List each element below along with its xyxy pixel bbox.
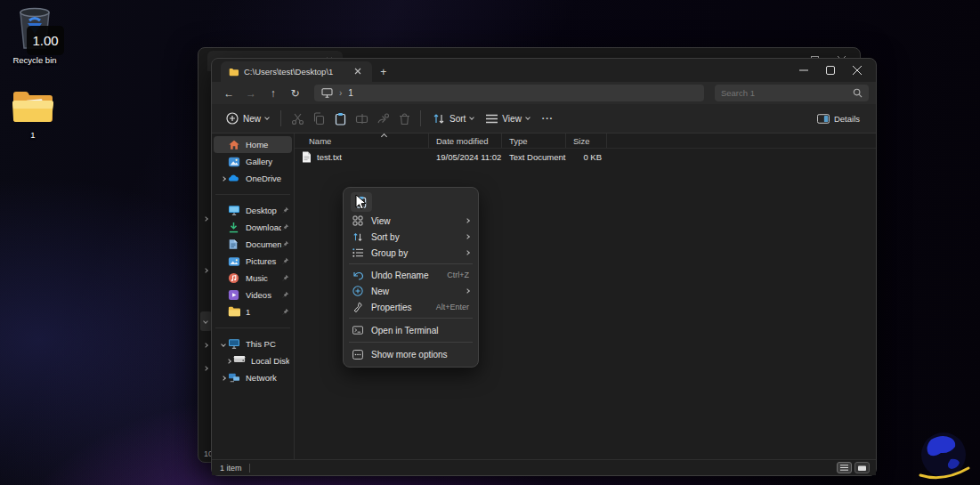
sidebar-item-desktop[interactable]: Desktop — [214, 202, 292, 219]
explorer-tab[interactable]: C:\Users\test\Desktop\1 — [221, 61, 372, 82]
menu-item-sort-by[interactable]: Sort by — [347, 229, 474, 245]
bg-chevron-right-icon[interactable] — [203, 268, 208, 273]
paste-button[interactable] — [329, 108, 351, 129]
share-button[interactable] — [372, 108, 393, 129]
address-bar[interactable]: › 1 — [314, 85, 704, 101]
file-row-test-txt[interactable]: test.txt 19/05/2024 11:02 Text Document … — [295, 149, 876, 165]
sidebar-item-label: Home — [246, 140, 289, 150]
column-header-type[interactable]: Type — [502, 133, 566, 148]
details-view-toggle[interactable] — [837, 462, 852, 473]
search-input[interactable] — [721, 88, 853, 98]
breadcrumb[interactable]: 1 — [348, 88, 353, 98]
tab-close-button[interactable] — [351, 67, 365, 77]
sidebar-item-label: OneDrive — [246, 174, 289, 183]
large-icons-view-toggle[interactable] — [854, 462, 870, 473]
close-icon — [853, 66, 862, 75]
window-body: Home Gallery OneDrive Desktop — [212, 133, 876, 459]
chevron-right-icon[interactable] — [226, 359, 231, 364]
sort-button[interactable]: Sort — [426, 109, 480, 128]
desktop-icon — [228, 205, 240, 217]
details-pane-button[interactable]: Details — [812, 110, 865, 127]
maximize-button[interactable] — [817, 62, 844, 78]
menu-item-label: Show more options — [371, 350, 469, 360]
sidebar-item-downloads[interactable]: Downloads — [214, 219, 292, 236]
view-button-label: View — [502, 114, 522, 124]
menu-item-show-more-options[interactable]: Show more options — [347, 345, 474, 363]
sidebar-item-documents[interactable]: Documents — [214, 236, 292, 253]
sidebar-item-label: 1 — [246, 307, 281, 317]
column-header-date-modified[interactable]: Date modified — [429, 133, 502, 148]
back-button[interactable]: ← — [219, 85, 239, 102]
recycle-bin-desktop-icon[interactable]: 1.00 Recycle bin — [7, 4, 62, 65]
refresh-button[interactable]: ↻ — [285, 85, 305, 102]
pin-icon — [281, 274, 289, 282]
column-headers: Name Date modified Type Size — [295, 133, 876, 149]
menu-item-properties[interactable]: Properties Alt+Enter — [347, 299, 474, 315]
folder-1-label: 1 — [5, 130, 61, 140]
sidebar-item-local-disk-c[interactable]: Local Disk (C:) — [214, 352, 292, 369]
disk-icon — [233, 355, 246, 368]
menu-separator — [349, 342, 473, 343]
sidebar-item-onedrive[interactable]: OneDrive — [214, 170, 292, 187]
chevron-down-icon[interactable] — [221, 342, 226, 347]
sidebar-item-label: Pictures — [246, 256, 281, 266]
globe-graphic — [915, 431, 974, 484]
submenu-chevron-icon — [465, 218, 470, 223]
folder-tab-icon — [229, 68, 239, 77]
sidebar-item-label: Documents — [246, 239, 281, 249]
gallery-icon — [228, 156, 240, 168]
large-icons-view-icon — [858, 465, 866, 471]
tab-bar: C:\Users\test\Desktop\1 + — [212, 59, 876, 82]
explorer-window[interactable]: C:\Users\test\Desktop\1 + ← → ↑ ↻ › 1 — [211, 58, 877, 476]
pin-icon — [281, 223, 289, 231]
new-button[interactable]: New — [220, 109, 275, 128]
sidebar-item-network[interactable]: Network — [214, 369, 292, 386]
cut-button[interactable] — [287, 108, 308, 129]
up-button[interactable]: ↑ — [263, 85, 283, 102]
menu-item-new[interactable]: New — [347, 283, 474, 299]
copy-icon — [312, 112, 326, 125]
sidebar-item-music[interactable]: Music — [214, 270, 292, 287]
menu-item-undo-rename[interactable]: Undo Rename Ctrl+Z — [347, 267, 474, 283]
forward-button[interactable]: → — [241, 85, 262, 102]
submenu-chevron-icon — [465, 288, 470, 294]
close-button[interactable] — [844, 62, 871, 78]
bg-chevron-right-icon[interactable] — [203, 216, 208, 222]
bg-chevron-right-icon[interactable] — [203, 366, 208, 371]
sidebar-item-pictures[interactable]: Pictures — [214, 253, 292, 270]
see-more-button[interactable]: ··· — [536, 110, 560, 127]
properties-icon — [351, 301, 364, 314]
home-icon — [228, 139, 240, 151]
menu-item-view[interactable]: View — [347, 213, 474, 229]
view-button[interactable]: View — [480, 110, 536, 127]
menu-item-group-by[interactable]: Group by — [347, 245, 474, 261]
sidebar-item-folder-1[interactable]: 1 — [214, 303, 292, 320]
trash-icon — [398, 112, 411, 125]
minimize-icon — [799, 66, 808, 75]
sidebar-item-gallery[interactable]: Gallery — [214, 153, 292, 170]
sidebar-item-label: Music — [246, 273, 281, 283]
folder-1-desktop-icon[interactable]: 1 — [5, 87, 61, 140]
desktop-location-icon — [321, 88, 333, 98]
column-header-size[interactable]: Size — [566, 133, 607, 148]
delete-button[interactable] — [393, 108, 415, 129]
pin-icon — [281, 291, 289, 299]
bg-chevron-right-icon[interactable] — [203, 343, 208, 348]
chevron-right-icon[interactable] — [221, 376, 226, 381]
sidebar-item-videos[interactable]: Videos — [214, 287, 292, 303]
menu-item-open-in-terminal[interactable]: Open in Terminal — [347, 321, 474, 339]
toolbar-separator — [280, 110, 281, 126]
minimize-button[interactable] — [790, 62, 817, 78]
column-header-name[interactable]: Name — [295, 133, 429, 148]
new-tab-button[interactable]: + — [372, 66, 394, 78]
copy-button[interactable] — [308, 108, 329, 129]
sidebar-item-home[interactable]: Home — [214, 136, 292, 153]
sidebar-item-this-pc[interactable]: This PC — [214, 335, 292, 352]
sidebar-item-label: This PC — [246, 339, 289, 349]
search-box[interactable] — [715, 85, 869, 101]
breadcrumb-chevron: › — [339, 88, 342, 98]
pin-icon — [281, 308, 289, 316]
rename-button[interactable] — [351, 108, 372, 129]
sort-button-label: Sort — [450, 114, 466, 124]
chevron-right-icon[interactable] — [221, 176, 226, 182]
